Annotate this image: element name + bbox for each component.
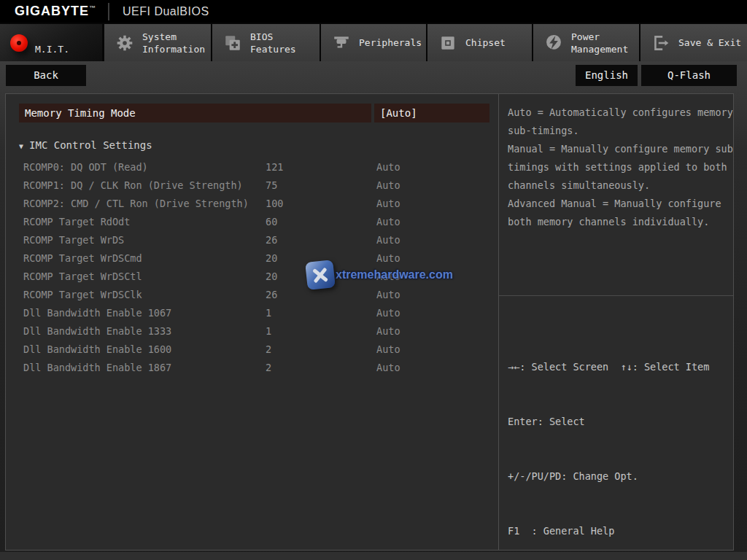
help-panel: Auto = Automatically configures memory s… — [498, 93, 734, 551]
bios-title: UEFI DualBIOS — [123, 5, 209, 18]
settings-panel: Memory Timing Mode [Auto] ▼IMC Control S… — [5, 93, 498, 551]
setting-row[interactable]: RCOMP Target WrDSCtl20Auto — [6, 268, 498, 286]
exit-icon — [651, 33, 671, 53]
selected-option-label[interactable]: Memory Timing Mode — [19, 104, 371, 122]
qflash-button[interactable]: Q-Flash — [641, 64, 737, 86]
tab-chipset[interactable]: Chipset — [427, 24, 532, 61]
section-header-imc[interactable]: ▼IMC Control Settings — [19, 139, 152, 151]
gigabyte-logo: GIGABYTE™ — [15, 4, 96, 19]
top-bar: GIGABYTE™ UEFI DualBIOS — [0, 0, 747, 23]
help-text: Auto = Automatically configures memory s… — [499, 94, 733, 231]
gear-icon — [115, 33, 135, 53]
bottom-strip — [0, 552, 747, 560]
setting-row[interactable]: RCOMP1: DQ / CLK Ron (Drive Strength)75A… — [6, 176, 498, 195]
selected-option-value[interactable]: [Auto] — [374, 104, 489, 122]
tab-bios-features[interactable]: BIOS Features — [212, 24, 320, 61]
setting-row[interactable]: Dll Bandwidth Enable 16002Auto — [6, 341, 498, 359]
tab-system-information[interactable]: System Information — [104, 24, 211, 61]
setting-row[interactable]: Dll Bandwidth Enable 18672Auto — [6, 359, 498, 377]
tab-power-management[interactable]: Power Management — [533, 24, 639, 61]
lightning-icon — [543, 33, 564, 53]
trademark-symbol: ™ — [89, 4, 96, 12]
bios-screen: GIGABYTE™ UEFI DualBIOS M.I.T. — [0, 0, 747, 560]
tab-save-exit[interactable]: Save & Exit — [640, 24, 747, 61]
language-button[interactable]: English — [576, 64, 638, 86]
cpu-icon — [438, 33, 458, 53]
back-button[interactable]: Back — [6, 64, 86, 86]
tab-mit[interactable]: M.I.T. — [0, 24, 102, 61]
red-dot-icon — [10, 34, 28, 52]
panel-divider — [499, 295, 733, 296]
tab-peripherals[interactable]: Peripherals — [321, 24, 426, 61]
setting-row[interactable]: Dll Bandwidth Enable 10671Auto — [6, 304, 498, 322]
tab-bar: M.I.T. System Information — [0, 23, 747, 61]
setting-row[interactable]: RCOMP0: DQ ODT (Read)121Auto — [6, 158, 498, 176]
settings-list: RCOMP0: DQ ODT (Read)121Auto RCOMP1: DQ … — [6, 158, 498, 377]
chip-plus-icon — [222, 33, 243, 53]
divider — [108, 3, 109, 20]
mouse-icon — [331, 33, 352, 53]
content-area: Back English Q-Flash Memory Timing Mode … — [0, 61, 747, 560]
setting-row[interactable]: RCOMP Target WrDSClk26Auto — [6, 286, 498, 304]
keyboard-shortcuts: →←: Select Screen ↑↓: Select Item Enter:… — [499, 322, 733, 560]
setting-row[interactable]: RCOMP Target WrDSCmd20Auto — [6, 249, 498, 268]
setting-row[interactable]: RCOMP Target RdOdt60Auto — [6, 213, 498, 231]
setting-row[interactable]: RCOMP Target WrDS26Auto — [6, 231, 498, 249]
setting-row[interactable]: Dll Bandwidth Enable 13331Auto — [6, 322, 498, 341]
triangle-down-icon: ▼ — [19, 142, 23, 150]
setting-row[interactable]: RCOMP2: CMD / CTL Ron (Drive Strength)10… — [6, 195, 498, 213]
